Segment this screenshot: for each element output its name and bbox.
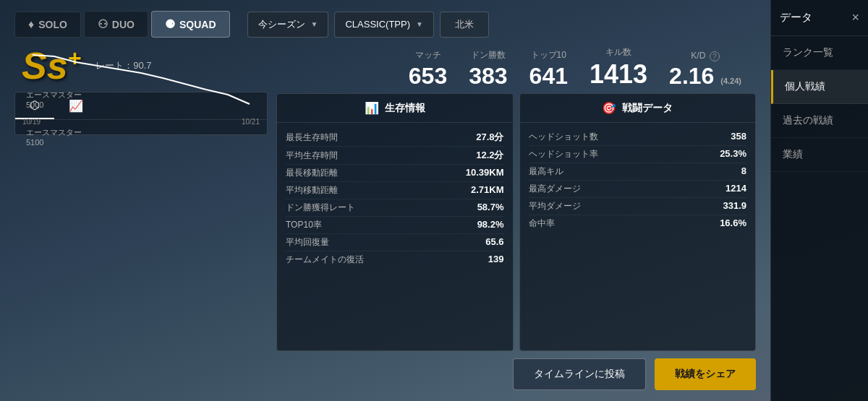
main-content: ♦ SOLO ⚇ DUO ⚈ SQUAD 今シーズン ▼ CLASSIC(TPP… — [0, 0, 770, 401]
survival-key: ドン勝獲得レート — [286, 202, 355, 214]
combat-panel: 🎯 戦闘データ ヘッドショット数358ヘッドショット率25.3%最高キル8最高ダ… — [519, 93, 757, 351]
survival-key: 平均生存時間 — [286, 150, 338, 162]
wins-label: ドン勝数 — [469, 49, 507, 61]
combat-val: 8 — [741, 165, 746, 176]
right-panel: マッチ 653 ドン勝数 383 トップ10 641 キル数 1413 — [276, 46, 756, 390]
sidebar-header: データ × — [771, 0, 868, 36]
combat-key: ヘッドショット数 — [529, 131, 598, 143]
chart-top-label-text: エースマスター — [26, 127, 82, 138]
combat-val: 16.6% — [720, 217, 746, 228]
combat-val: 358 — [731, 131, 746, 142]
combat-val: 1214 — [726, 183, 746, 194]
combat-val: 25.3% — [720, 148, 746, 159]
survival-val: 65.6 — [485, 236, 503, 247]
survival-key: TOP10率 — [286, 219, 322, 231]
sidebar: データ × ランク一覧個人戦績過去の戦績業績 — [770, 0, 868, 401]
top-stats: マッチ 653 ドン勝数 383 トップ10 641 キル数 1413 — [276, 46, 756, 93]
survival-key: 最長生存時間 — [286, 131, 338, 144]
chart-date-0: 10/19 — [22, 118, 41, 126]
combat-key: 最高ダメージ — [529, 183, 581, 195]
chart-top-label: エースマスター 5100 — [26, 127, 82, 147]
survival-row: 平均回復量65.6 — [286, 234, 504, 251]
wins-value: 383 — [469, 64, 507, 87]
survival-key: チームメイトの復活 — [286, 254, 364, 266]
chart-bottom-label: エースマスター 5000 — [26, 90, 82, 109]
match-value: 653 — [409, 64, 447, 87]
combat-val: 331.9 — [723, 200, 746, 211]
survival-val: 98.2% — [477, 219, 504, 230]
combat-table: ヘッドショット数358ヘッドショット率25.3%最高キル8最高ダメージ1214平… — [520, 123, 756, 238]
top10-value: 641 — [529, 64, 568, 87]
sidebar-menu: ランク一覧個人戦績過去の戦績業績 — [771, 36, 868, 172]
sidebar-item-rank-list[interactable]: ランク一覧 — [771, 36, 868, 70]
sidebar-item-past[interactable]: 過去の戦績 — [771, 104, 868, 138]
region-label: 北米 — [455, 18, 474, 31]
survival-row: 最長移動距離10.39KM — [286, 165, 504, 182]
combat-row: 最高ダメージ1214 — [529, 181, 747, 198]
survival-row: チームメイトの復活139 — [286, 251, 504, 268]
chart-bottom-value: 5000 — [26, 100, 82, 109]
close-button[interactable]: × — [851, 10, 859, 25]
top10-label: トップ10 — [529, 49, 568, 61]
dropdown-group: 今シーズン ▼ CLASSIC(TPP) ▼ 北米 — [247, 12, 489, 38]
combat-key: 平均ダメージ — [529, 200, 581, 212]
survival-key: 平均移動距離 — [286, 184, 338, 197]
chart-top-value: 5100 — [26, 138, 82, 147]
kd-label: K/D ? — [669, 51, 741, 61]
sidebar-item-personal[interactable]: 個人戦績 — [771, 70, 868, 104]
survival-panel: 📊 生存情報 最長生存時間27.8分平均生存時間12.2分最長移動距離10.39… — [276, 93, 514, 351]
combat-key: 命中率 — [529, 217, 555, 230]
combat-row: 平均ダメージ331.9 — [529, 198, 747, 215]
region-button[interactable]: 北米 — [440, 12, 489, 38]
chart-panel: ⬡ 📈 エースマスター 5100 エースマスター 5000 — [14, 92, 268, 135]
season-arrow: ▼ — [311, 20, 318, 28]
sidebar-item-results[interactable]: 業績 — [771, 138, 868, 172]
bottom-panels: 📊 生存情報 最長生存時間27.8分平均生存時間12.2分最長移動距離10.39… — [276, 93, 756, 351]
kills-label: キル数 — [590, 46, 647, 59]
share-button[interactable]: 戦績をシェア — [655, 358, 756, 390]
survival-row: 最長生存時間27.8分 — [286, 129, 504, 147]
combat-row: ヘッドショット率25.3% — [529, 146, 747, 163]
survival-val: 12.2分 — [476, 149, 503, 162]
stat-top10: トップ10 641 — [529, 49, 568, 87]
chart-bottom-label-text: エースマスター — [26, 90, 82, 100]
combat-row: ヘッドショット数358 — [529, 129, 747, 146]
left-panel: Ss+ レート：90.7 ⬡ 📈 エースマスター 5100 — [14, 46, 268, 390]
survival-row: ドン勝獲得レート58.7% — [286, 199, 504, 217]
stats-section: Ss+ レート：90.7 ⬡ 📈 エースマスター 5100 — [14, 46, 756, 390]
survival-row: TOP10率98.2% — [286, 217, 504, 234]
survival-val: 10.39KM — [466, 167, 504, 178]
survival-val: 2.71KM — [471, 184, 504, 195]
mode-arrow: ▼ — [416, 20, 423, 28]
chart-area: エースマスター 5100 エースマスター 5000 10/19 — [15, 120, 267, 134]
combat-key: 最高キル — [529, 165, 563, 178]
kd-main-value: 2.16 — [669, 63, 714, 89]
survival-val: 139 — [488, 254, 504, 264]
survival-val: 27.8分 — [476, 131, 503, 144]
chart-dates: 10/19 10/21 — [15, 118, 267, 126]
survival-title: 生存情報 — [385, 102, 425, 115]
kills-value: 1413 — [590, 61, 647, 87]
stat-match: マッチ 653 — [409, 49, 447, 87]
stat-kills: キル数 1413 — [590, 46, 647, 87]
survival-table: 最長生存時間27.8分平均生存時間12.2分最長移動距離10.39KM平均移動距… — [277, 123, 513, 274]
survival-val: 58.7% — [477, 202, 504, 212]
combat-icon: 🎯 — [602, 101, 616, 115]
survival-icon: 📊 — [365, 101, 379, 115]
chart-date-3: 10/21 — [242, 118, 260, 126]
timeline-button[interactable]: タイムラインに投稿 — [513, 358, 646, 390]
match-label: マッチ — [409, 49, 447, 61]
survival-header: 📊 生存情報 — [277, 94, 513, 123]
mode-dropdown[interactable]: CLASSIC(TPP) ▼ — [334, 12, 433, 38]
kd-label-text: K/D — [691, 51, 705, 61]
kd-sub-value: (4.24) — [720, 77, 741, 85]
bottom-buttons: タイムラインに投稿 戦績をシェア — [276, 358, 756, 390]
combat-row: 最高キル8 — [529, 163, 747, 181]
help-icon[interactable]: ? — [710, 51, 720, 61]
combat-header: 🎯 戦闘データ — [520, 94, 756, 123]
survival-key: 平均回復量 — [286, 236, 329, 249]
mode-label: CLASSIC(TPP) — [345, 19, 410, 30]
survival-key: 最長移動距離 — [286, 167, 338, 179]
survival-row: 平均移動距離2.71KM — [286, 182, 504, 199]
stat-kd: K/D ? 2.16 (4.24) — [669, 51, 741, 87]
